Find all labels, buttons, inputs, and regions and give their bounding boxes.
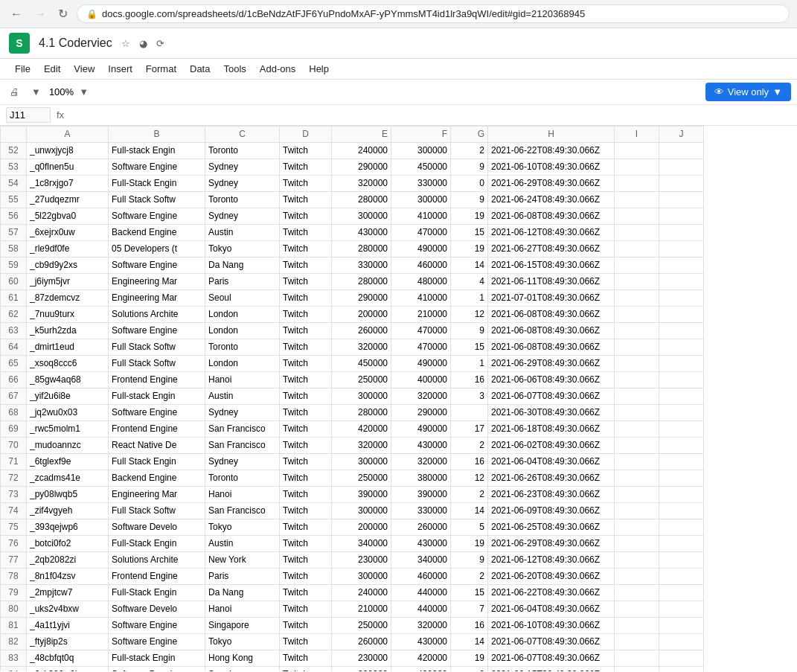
- cell[interactable]: _4a1t1yjvi: [27, 618, 109, 634]
- row-number[interactable]: 65: [1, 356, 27, 372]
- cell[interactable]: 200000: [332, 519, 391, 536]
- cell[interactable]: _botci0fo2: [27, 536, 109, 552]
- cell[interactable]: [659, 143, 704, 159]
- cell[interactable]: [615, 667, 659, 672]
- cell[interactable]: Software Engine: [109, 159, 205, 176]
- cell[interactable]: [659, 176, 704, 192]
- cell[interactable]: Seoul: [205, 667, 280, 672]
- cell[interactable]: Twitch: [280, 143, 332, 159]
- row-number[interactable]: 76: [1, 536, 27, 552]
- cell[interactable]: 340000: [332, 536, 391, 552]
- cell[interactable]: Twitch: [280, 176, 332, 192]
- cell[interactable]: Software Develo: [109, 667, 205, 672]
- cell[interactable]: 17: [451, 421, 488, 438]
- menu-data[interactable]: Data: [184, 60, 216, 77]
- cell[interactable]: [659, 536, 704, 552]
- reload-button[interactable]: ↻: [55, 5, 71, 22]
- cell[interactable]: 2021-06-11T08:49:30.066Z: [488, 274, 615, 290]
- cell[interactable]: 4: [451, 274, 488, 290]
- cell[interactable]: 300000: [332, 569, 391, 585]
- cell[interactable]: Tokyo: [205, 634, 280, 650]
- cell[interactable]: 9: [451, 667, 488, 672]
- row-number[interactable]: 53: [1, 159, 27, 176]
- row-number[interactable]: 84: [1, 667, 27, 672]
- address-bar[interactable]: 🔒 docs.google.com/spreadsheets/d/1cBeNdz…: [77, 4, 790, 23]
- col-header-f[interactable]: F: [391, 127, 451, 143]
- cell[interactable]: 9: [451, 192, 488, 208]
- cell[interactable]: [659, 307, 704, 323]
- cell[interactable]: Sydney: [205, 454, 280, 470]
- cell[interactable]: Twitch: [280, 503, 332, 519]
- cell[interactable]: Singapore: [205, 618, 280, 634]
- cell[interactable]: [615, 421, 659, 438]
- cell[interactable]: [659, 454, 704, 470]
- col-header-j[interactable]: J: [659, 127, 704, 143]
- cell[interactable]: Software Engine: [109, 634, 205, 650]
- cell[interactable]: Twitch: [280, 536, 332, 552]
- cell[interactable]: 250000: [332, 372, 391, 388]
- cell[interactable]: 2: [451, 143, 488, 159]
- cell[interactable]: [659, 241, 704, 257]
- cell[interactable]: 2021-06-08T08:49:30.066Z: [488, 208, 615, 225]
- cell[interactable]: Software Develo: [109, 519, 205, 536]
- cell[interactable]: 2021-06-07T08:49:30.066Z: [488, 634, 615, 650]
- cell[interactable]: 460000: [391, 569, 451, 585]
- cell[interactable]: [615, 503, 659, 519]
- cell[interactable]: 260000: [332, 323, 391, 339]
- cell[interactable]: Full-stack Engin: [109, 143, 205, 159]
- cell[interactable]: 420000: [391, 667, 451, 672]
- cell[interactable]: Twitch: [280, 339, 332, 356]
- cell[interactable]: Twitch: [280, 290, 332, 307]
- cell[interactable]: Toronto: [205, 143, 280, 159]
- cell[interactable]: [659, 585, 704, 601]
- cell[interactable]: [615, 438, 659, 454]
- cell[interactable]: 390000: [332, 487, 391, 503]
- cell[interactable]: [659, 356, 704, 372]
- cell[interactable]: [659, 225, 704, 241]
- cell[interactable]: Software Engine: [109, 208, 205, 225]
- cell[interactable]: [659, 487, 704, 503]
- cell[interactable]: _rle9df0fe: [27, 241, 109, 257]
- cell[interactable]: 2021-06-29T08:49:30.066Z: [488, 536, 615, 552]
- cell[interactable]: [659, 634, 704, 650]
- cell[interactable]: 2021-06-07T08:49:30.066Z: [488, 650, 615, 667]
- col-header-a[interactable]: A: [27, 127, 109, 143]
- cell[interactable]: Twitch: [280, 634, 332, 650]
- cell[interactable]: 9: [451, 323, 488, 339]
- cell[interactable]: 2021-06-15T08:49:30.066Z: [488, 667, 615, 672]
- cell[interactable]: 480000: [391, 274, 451, 290]
- cell[interactable]: [615, 208, 659, 225]
- cell[interactable]: Twitch: [280, 470, 332, 487]
- cell[interactable]: Da Nang: [205, 585, 280, 601]
- cell[interactable]: Tokyo: [205, 519, 280, 536]
- col-header-d[interactable]: D: [280, 127, 332, 143]
- cell[interactable]: Tokyo: [205, 241, 280, 257]
- cell[interactable]: 470000: [391, 323, 451, 339]
- cell[interactable]: 19: [451, 650, 488, 667]
- row-number[interactable]: 52: [1, 143, 27, 159]
- cell-reference-input[interactable]: [6, 107, 51, 123]
- row-number[interactable]: 71: [1, 454, 27, 470]
- cell[interactable]: _mudoannzc: [27, 438, 109, 454]
- cell[interactable]: 330000: [332, 257, 391, 274]
- cell[interactable]: Twitch: [280, 519, 332, 536]
- forward-button[interactable]: →: [31, 6, 49, 22]
- row-number[interactable]: 54: [1, 176, 27, 192]
- cell[interactable]: 490000: [391, 356, 451, 372]
- cell[interactable]: 2021-06-22T08:49:30.066Z: [488, 585, 615, 601]
- cell[interactable]: Twitch: [280, 552, 332, 569]
- cell[interactable]: Solutions Archite: [109, 307, 205, 323]
- cell[interactable]: _2qb2082zi: [27, 552, 109, 569]
- cell[interactable]: _k5urh2zda: [27, 323, 109, 339]
- cell[interactable]: [659, 519, 704, 536]
- cell[interactable]: 2021-06-12T08:49:30.066Z: [488, 225, 615, 241]
- cell[interactable]: Software Engine: [109, 257, 205, 274]
- cell[interactable]: 19: [451, 536, 488, 552]
- cell[interactable]: [615, 601, 659, 618]
- cell[interactable]: [615, 356, 659, 372]
- cell[interactable]: [659, 290, 704, 307]
- cell[interactable]: 2021-06-08T08:49:30.066Z: [488, 323, 615, 339]
- cell[interactable]: Software Develo: [109, 601, 205, 618]
- cell[interactable]: [659, 470, 704, 487]
- cell[interactable]: [615, 487, 659, 503]
